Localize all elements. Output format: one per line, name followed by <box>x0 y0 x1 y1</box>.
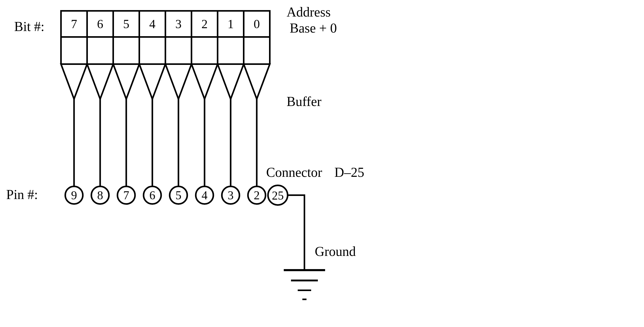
address-label-line1: Address <box>287 5 331 19</box>
pin-number: 7 <box>123 189 129 202</box>
ground-label: Ground <box>315 244 356 259</box>
wire-segment-boxes <box>61 37 270 64</box>
bit-number: 4 <box>149 17 156 31</box>
bit-number: 0 <box>254 17 260 31</box>
pin-number: 6 <box>149 189 155 202</box>
buffer-label: Buffer <box>287 94 321 109</box>
bit-row-label: Bit #: <box>14 19 44 34</box>
pin-number: 8 <box>97 189 103 202</box>
buffer-triangle <box>61 64 87 99</box>
ground-pin-number: 25 <box>272 189 284 202</box>
pin-number: 5 <box>175 189 181 202</box>
bit-number: 5 <box>123 17 129 31</box>
pin-number: 4 <box>202 189 208 202</box>
bit-number: 7 <box>71 17 77 31</box>
buffer-triangle <box>87 64 113 99</box>
connector-type-label: D–25 <box>334 165 364 180</box>
buffer-to-pin-wires <box>74 99 257 186</box>
bit-number: 3 <box>175 17 182 31</box>
pin-number: 3 <box>228 189 234 202</box>
pin-number: 9 <box>71 189 77 202</box>
buffer-triangle <box>218 64 244 99</box>
buffer-triangle <box>139 64 165 99</box>
parallel-port-diagram: Bit #: Address Base + 0 76543210 Buffer … <box>0 0 644 327</box>
pin-number: 2 <box>254 189 260 202</box>
buffer-triangle <box>244 64 270 99</box>
ground-pin: 25 <box>268 185 288 205</box>
address-label-line2: Base + 0 <box>290 21 337 35</box>
bit-number: 1 <box>228 17 234 31</box>
buffer-triangle <box>165 64 191 99</box>
bit-number: 2 <box>202 17 208 31</box>
buffer-triangle <box>191 64 218 99</box>
pin-circles: 98765432 <box>65 186 266 204</box>
buffer-row <box>61 64 270 99</box>
connector-label: Connector <box>266 165 322 180</box>
bit-register: 76543210 <box>61 11 270 37</box>
pin-row-label: Pin #: <box>6 187 38 202</box>
buffer-triangle <box>113 64 139 99</box>
bit-number: 6 <box>97 17 103 31</box>
